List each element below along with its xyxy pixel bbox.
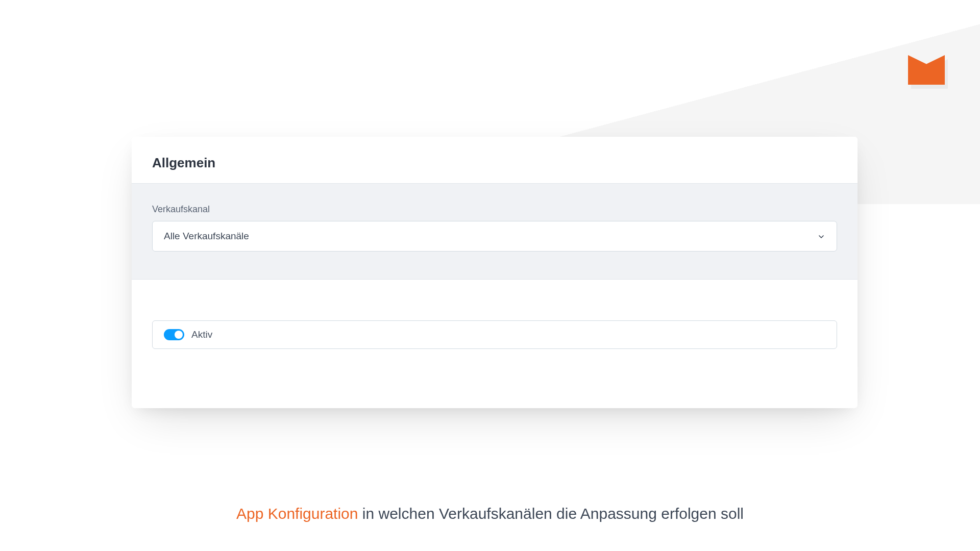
sales-channel-select[interactable]: Alle Verkaufskanäle (152, 221, 837, 252)
caption-highlight: App Konfiguration (236, 505, 358, 522)
caption-rest: in welchen Verkaufskanälen die Anpassung… (358, 505, 744, 522)
sales-channel-section: Verkaufskanal Alle Verkaufskanäle (132, 183, 857, 280)
config-card: Allgemein Verkaufskanal Alle Verkaufskan… (132, 137, 857, 408)
toggle-knob (175, 331, 183, 339)
card-header: Allgemein (132, 137, 857, 183)
page-caption: App Konfiguration in welchen Verkaufskan… (0, 505, 980, 522)
active-section: Aktiv (132, 280, 857, 369)
active-toggle[interactable] (164, 329, 184, 340)
chevron-down-icon (817, 232, 825, 240)
sales-channel-selected-value: Alle Verkaufskanäle (164, 231, 249, 242)
active-toggle-row: Aktiv (152, 320, 837, 349)
brand-logo (908, 55, 946, 87)
active-toggle-label: Aktiv (191, 329, 212, 340)
card-title: Allgemein (152, 155, 837, 171)
sales-channel-label: Verkaufskanal (152, 204, 837, 215)
